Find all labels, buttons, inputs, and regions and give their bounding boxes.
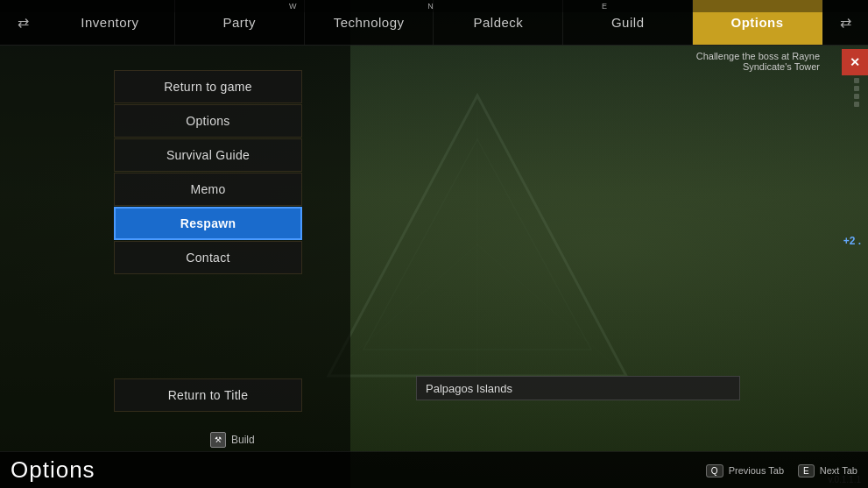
scroll-dot: [854, 102, 859, 107]
svg-line-4: [328, 244, 477, 376]
compass-north: N: [427, 2, 441, 11]
swap-left-button[interactable]: ⇄: [0, 14, 46, 31]
bottom-hints: Q Previous Tab E Next Tab: [706, 465, 857, 476]
scroll-dot: [854, 86, 859, 91]
next-tab-hint: E Next Tab: [798, 465, 857, 476]
close-button[interactable]: ✕: [842, 49, 868, 75]
prev-tab-hint: Q Previous Tab: [706, 465, 784, 476]
scroll-dot: [854, 94, 859, 99]
return-title-container: Return to Title: [114, 378, 302, 413]
menu-survival-guide[interactable]: Survival Guide: [114, 138, 302, 172]
quest-text: Challenge the boss at Rayne Syndicate's …: [645, 51, 820, 72]
svg-line-3: [477, 244, 626, 376]
menu-memo[interactable]: Memo: [114, 173, 302, 206]
menu-return-to-game[interactable]: Return to game: [114, 70, 302, 103]
menu-contact[interactable]: Contact: [114, 241, 302, 274]
build-hint: ⚒ Build: [210, 432, 255, 448]
triangle-watermark: [302, 69, 653, 420]
prev-tab-key: Q: [706, 464, 723, 477]
level-up-indicator: +2 .: [843, 235, 861, 247]
options-menu: Return to game Options Survival Guide Me…: [114, 70, 302, 275]
world-name-badge: Palpagos Islands: [416, 376, 740, 400]
next-tab-key: E: [798, 464, 815, 477]
menu-options[interactable]: Options: [114, 104, 302, 138]
compass-west: W: [289, 2, 304, 11]
compass-bar: W N E: [0, 0, 868, 12]
page-title: Options: [11, 456, 95, 484]
scroll-indicator: [854, 70, 859, 107]
menu-return-to-title[interactable]: Return to Title: [114, 378, 302, 412]
menu-respawn[interactable]: Respawn: [114, 207, 302, 240]
scroll-dot: [854, 78, 859, 83]
swap-right-button[interactable]: ⇄: [822, 14, 868, 31]
build-icon: ⚒: [210, 432, 226, 448]
bottom-bar: Options Q Previous Tab E Next Tab: [0, 451, 868, 488]
compass-east: E: [602, 2, 614, 11]
